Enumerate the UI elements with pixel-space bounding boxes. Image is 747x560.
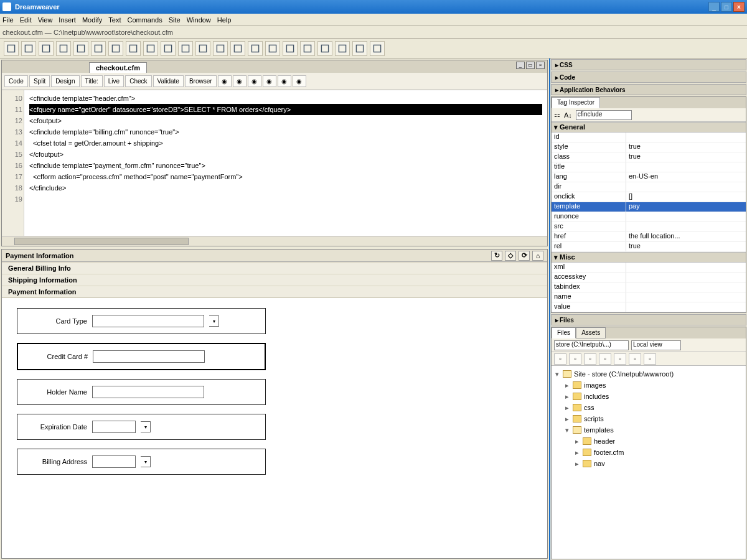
connect-icon[interactable]: ▫ — [554, 353, 566, 365]
code-line[interactable]: <cfset total = getOrder.amount + shippin… — [29, 138, 542, 149]
property-row-onclick[interactable]: onclick[] — [552, 192, 746, 202]
chevron-down-icon[interactable]: ▾ — [141, 456, 151, 467]
menu-help[interactable]: Help — [217, 16, 232, 24]
code-line[interactable]: <cfquery name="getOrder" datasource="sto… — [29, 104, 542, 115]
property-value[interactable] — [626, 273, 746, 282]
property-row-runonce[interactable]: runonce — [552, 212, 746, 222]
disclosure-icon[interactable]: ▸ — [564, 415, 570, 423]
property-value[interactable] — [626, 182, 746, 192]
files-tree[interactable]: ▾Site - store (C:\Inetpub\wwwroot)▸image… — [552, 366, 746, 559]
form-canvas[interactable]: Card Type▾Credit Card #Holder NameExpira… — [2, 298, 547, 493]
disclosure-icon[interactable]: ▸ — [564, 393, 570, 401]
property-row-rel[interactable]: reltrue — [552, 242, 746, 252]
form-field-credit-card--[interactable]: Credit Card # — [17, 343, 266, 370]
insert-tool-12[interactable] — [213, 41, 228, 56]
checkout-icon[interactable]: ▫ — [629, 353, 641, 365]
property-row-value[interactable]: value — [552, 302, 746, 312]
text-input[interactable] — [93, 350, 205, 363]
property-value[interactable] — [626, 162, 746, 172]
tree-node-templates[interactable]: ▾templates — [554, 424, 743, 436]
form-field-expiration-date[interactable]: Expiration Date▾ — [17, 414, 266, 440]
accordion-header-2[interactable]: Payment Information — [2, 286, 547, 297]
disclosure-icon[interactable]: ▸ — [564, 404, 570, 412]
editor-view-browser[interactable]: Browser — [185, 75, 217, 87]
minimize-button[interactable]: _ — [708, 2, 720, 12]
property-row-href[interactable]: hrefthe full location... — [552, 232, 746, 242]
disclosure-icon[interactable]: ▸ — [574, 449, 580, 457]
insert-tool-2[interactable] — [39, 41, 54, 56]
insert-tool-7[interactable] — [126, 41, 141, 56]
insert-tool-1[interactable] — [21, 41, 36, 56]
code-line[interactable]: <cfinclude template="payment_form.cfm" r… — [29, 160, 542, 171]
property-row-name[interactable]: name — [552, 292, 746, 302]
code-line[interactable]: <cfoutput> — [29, 115, 542, 126]
menu-window[interactable]: Window — [187, 16, 211, 24]
design-tool-0[interactable]: ↻ — [491, 251, 502, 261]
property-value[interactable]: true — [626, 152, 746, 162]
collapsed-panel-css[interactable]: CSS — [551, 59, 746, 70]
property-row-id[interactable]: id — [552, 133, 746, 142]
form-field-holder-name[interactable]: Holder Name — [17, 379, 266, 405]
form-field-billing-address[interactable]: Billing Address▾ — [17, 449, 266, 475]
tree-node-site---store--c--inetpub-wwwroot-[interactable]: ▾Site - store (C:\Inetpub\wwwroot) — [554, 368, 743, 380]
menu-modify[interactable]: Modify — [82, 16, 102, 24]
property-value[interactable]: true — [626, 242, 746, 251]
text-input[interactable] — [92, 386, 204, 398]
property-value[interactable] — [626, 222, 746, 231]
property-value[interactable] — [626, 263, 746, 272]
editor-view-validate[interactable]: Validate — [153, 75, 184, 87]
chevron-down-icon[interactable]: ▾ — [209, 315, 219, 327]
tree-node-css[interactable]: ▸css — [554, 402, 743, 413]
property-value[interactable] — [626, 302, 746, 312]
accordion-header-1[interactable]: Shipping Information — [2, 274, 547, 286]
disclosure-icon[interactable]: ▸ — [574, 460, 580, 468]
property-section-misc[interactable]: ▾ Misc — [552, 252, 746, 263]
insert-tool-8[interactable] — [143, 41, 158, 56]
insert-tool-0[interactable] — [4, 41, 19, 56]
settings-icon[interactable]: ◉ — [293, 75, 306, 87]
code-text-area[interactable]: <cfinclude template="header.cfm"><cfquer… — [24, 90, 547, 236]
tree-node-nav[interactable]: ▸nav — [554, 458, 743, 469]
editor-view-title[interactable]: Title: — [81, 75, 103, 87]
insert-tool-3[interactable] — [56, 41, 71, 56]
checkin-icon[interactable]: ▫ — [614, 353, 626, 365]
categorized-icon[interactable]: ⚏ — [554, 111, 560, 119]
design-tool-1[interactable]: ◇ — [505, 251, 516, 261]
check-icon[interactable]: ◉ — [263, 75, 276, 87]
collapsed-panel-files[interactable]: Files — [551, 314, 746, 325]
menu-text[interactable]: Text — [108, 16, 121, 24]
property-value[interactable]: pay — [626, 202, 746, 212]
view-combo[interactable]: Local view — [631, 340, 681, 350]
link-icon[interactable]: ◉ — [278, 75, 291, 87]
property-value[interactable]: [] — [626, 192, 746, 202]
collapsed-panel-application-behaviors[interactable]: Application Behaviors — [551, 84, 746, 95]
tag-selector-combo[interactable]: cfinclude — [576, 110, 632, 120]
tree-node-includes[interactable]: ▸includes — [554, 391, 743, 402]
property-value[interactable]: en-US-en — [626, 172, 746, 182]
alphabetical-icon[interactable]: A↓ — [564, 111, 572, 119]
select-input[interactable] — [92, 455, 136, 468]
code-line[interactable]: <cfinclude template="header.cfm"> — [29, 93, 542, 104]
insert-tool-20[interactable] — [352, 41, 367, 56]
disclosure-icon[interactable]: ▾ — [564, 426, 570, 434]
insert-tool-17[interactable] — [300, 41, 315, 56]
refresh-icon[interactable]: ◉ — [218, 75, 232, 87]
editor-minimize-icon[interactable]: _ — [516, 62, 525, 69]
property-value[interactable] — [626, 212, 746, 222]
property-row-src[interactable]: src — [552, 222, 746, 232]
insert-tool-21[interactable] — [370, 41, 385, 56]
menu-file[interactable]: File — [2, 16, 14, 24]
code-line[interactable]: <cfinclude template="billing.cfm" runonc… — [29, 126, 542, 138]
editor-view-live[interactable]: Live — [104, 75, 124, 87]
form-field-card-type[interactable]: Card Type▾ — [17, 308, 266, 334]
tree-node-footer-cfm[interactable]: ▸footer.cfm — [554, 447, 743, 458]
collapsed-panel-code[interactable]: Code — [551, 72, 746, 83]
property-row-tabindex[interactable]: tabindex — [552, 282, 746, 292]
files-tab[interactable]: Files — [552, 327, 576, 338]
disclosure-icon[interactable]: ▾ — [554, 370, 560, 378]
maximize-button[interactable]: □ — [721, 2, 732, 12]
property-value[interactable] — [626, 133, 746, 142]
menu-view[interactable]: View — [38, 16, 53, 24]
editor-horizontal-scrollbar[interactable] — [2, 236, 547, 246]
close-button[interactable]: × — [733, 2, 745, 12]
